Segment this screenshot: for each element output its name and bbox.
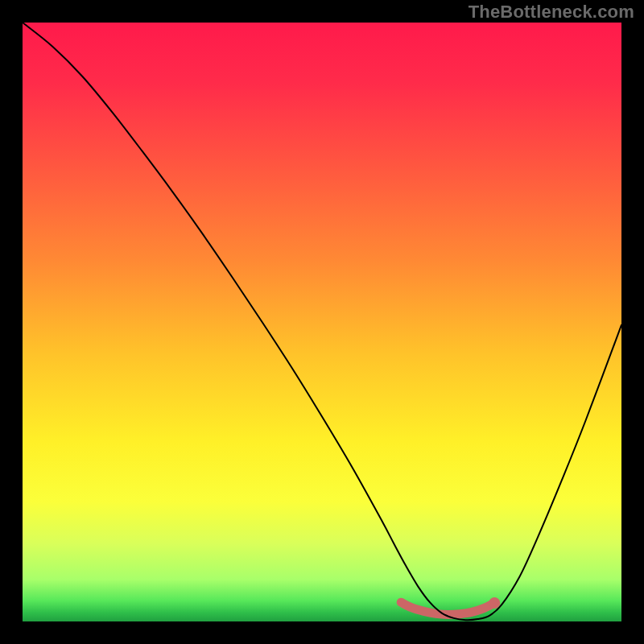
chart-container: TheBottleneck.com	[0, 0, 644, 644]
optimal-band-end-dot	[489, 597, 500, 609]
bottleneck-chart	[0, 0, 644, 644]
watermark-text: TheBottleneck.com	[469, 2, 634, 23]
